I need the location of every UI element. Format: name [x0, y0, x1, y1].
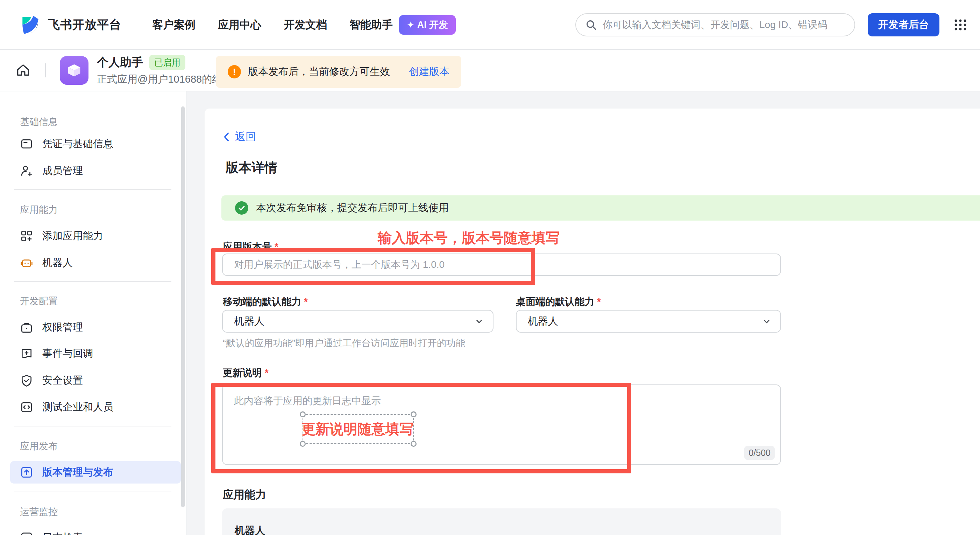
publish-arrow-icon — [20, 466, 33, 479]
app-meta: 个人助手 已启用 正式应用@用户101688的组织 — [97, 54, 232, 86]
capability-section-title: 应用能力 — [223, 487, 266, 502]
sidebar-item-members[interactable]: 成员管理 — [0, 160, 186, 182]
selection-handle[interactable] — [300, 441, 306, 447]
warning-text: 版本发布后，当前修改方可生效 — [248, 65, 390, 79]
back-link[interactable]: 返回 — [223, 129, 256, 144]
home-icon[interactable] — [15, 62, 31, 78]
sidebar-group-header-monitoring: 运营监控 — [0, 501, 186, 523]
divider — [45, 63, 46, 77]
version-input[interactable]: 对用户展示的正式版本号，上一个版本号为 1.0.0 — [222, 254, 781, 276]
version-warning-banner: ! 版本发布后，当前修改方可生效 创建版本 — [216, 56, 461, 88]
annotation-changelog-text: 更新说明随意填写 — [301, 420, 414, 439]
chevron-down-icon — [475, 317, 484, 326]
sidebar-item-bot[interactable]: 机器人 — [0, 252, 186, 274]
apps-grid-icon[interactable] — [953, 18, 967, 32]
char-counter: 0/500 — [744, 446, 775, 460]
annotation-version-hint: 输入版本号，版本号随意填写 — [378, 228, 560, 248]
sidebar-item-permissions[interactable]: 权限管理 — [0, 316, 186, 339]
sidebar-divider — [14, 281, 171, 282]
sidebar-group-header-capability: 应用能力 — [0, 198, 186, 221]
sidebar-group-header-release: 应用发布 — [0, 435, 186, 457]
sidebar-item-events[interactable]: 事件与回调 — [0, 342, 186, 365]
credential-card-icon — [20, 137, 33, 150]
chevron-down-icon — [762, 317, 771, 326]
selection-handle[interactable] — [410, 411, 417, 417]
sidebar-group-header-devconfig: 开发配置 — [0, 290, 186, 312]
desktop-default-select[interactable]: 机器人 — [516, 310, 781, 333]
sparkle-icon: ✦ — [407, 20, 414, 29]
feishu-logo-icon — [20, 14, 41, 36]
search-input[interactable]: 你可以输入文档关键词、开发问题、Log ID、错误码 — [575, 13, 855, 37]
sidebar-item-version-release[interactable]: 版本管理与发布 — [10, 461, 181, 484]
status-badge-enabled: 已启用 — [150, 55, 185, 70]
sidebar-item-credentials[interactable]: 凭证与基础信息 — [0, 133, 186, 155]
event-callback-icon — [20, 347, 33, 360]
log-search-icon — [20, 531, 33, 535]
sidebar-divider — [14, 492, 171, 492]
mobile-default-label: 移动端的默认能力* — [223, 295, 308, 308]
notice-text: 本次发布免审核，提交发布后即可上线使用 — [256, 201, 449, 215]
main-area: 返回 版本详情 本次发布免审核，提交发布后即可上线使用 输入版本号，版本号随意填… — [186, 91, 980, 535]
capability-card-bot[interactable]: 机器人 — [222, 508, 781, 535]
sidebar-group-header-basic: 基础信息 — [0, 111, 186, 133]
code-brackets-icon — [20, 401, 33, 414]
permission-case-icon — [20, 321, 33, 334]
search-icon — [585, 19, 597, 31]
search-placeholder: 你可以输入文档关键词、开发问题、Log ID、错误码 — [603, 18, 827, 32]
app-subtitle: 正式应用@用户101688的组织 — [97, 72, 232, 86]
developer-console-button[interactable]: 开发者后台 — [868, 13, 939, 37]
version-detail-card: 返回 版本详情 本次发布免审核，提交发布后即可上线使用 输入版本号，版本号随意填… — [205, 109, 980, 535]
chevron-left-icon — [223, 132, 231, 142]
review-free-notice: 本次发布免审核，提交发布后即可上线使用 — [221, 195, 980, 220]
sidebar-item-log-search[interactable]: 日志检索 — [0, 527, 186, 535]
nav-item-assistant[interactable]: 智能助手 — [349, 18, 393, 32]
app-avatar — [60, 56, 89, 85]
nav-items: 客户案例 应用中心 开发文档 智能助手 ✦ AI 开发 — [152, 15, 456, 35]
sidebar: 基础信息 凭证与基础信息 成员管理 应用能力 — [0, 91, 186, 535]
app-header-bar: 个人助手 已启用 正式应用@用户101688的组织 ! 版本发布后，当前修改方可… — [0, 50, 980, 91]
nav-item-cases[interactable]: 客户案例 — [152, 18, 196, 32]
shield-check-icon — [20, 374, 33, 387]
brand-title: 飞书开放平台 — [48, 17, 121, 33]
annotation-changelog-box: 更新说明随意填写 — [302, 414, 414, 444]
page-title: 版本详情 — [226, 159, 277, 176]
top-nav: 飞书开放平台 客户案例 应用中心 开发文档 智能助手 ✦ AI 开发 你可以输入… — [0, 0, 980, 50]
member-add-icon — [20, 164, 33, 177]
sidebar-divider — [14, 426, 171, 426]
selection-handle[interactable] — [300, 411, 306, 417]
changelog-placeholder: 此内容将于应用的更新日志中显示 — [234, 394, 381, 407]
sidebar-scrollbar[interactable] — [181, 107, 185, 507]
ai-dev-badge[interactable]: ✦ AI 开发 — [399, 15, 456, 35]
default-capability-hint: “默认的应用功能”即用户通过工作台访问应用时打开的功能 — [223, 337, 465, 350]
sidebar-item-security[interactable]: 安全设置 — [0, 369, 186, 392]
page: 飞书开放平台 客户案例 应用中心 开发文档 智能助手 ✦ AI 开发 你可以输入… — [0, 0, 980, 535]
desktop-default-label: 桌面端的默认能力* — [516, 295, 601, 308]
success-check-icon — [235, 201, 248, 215]
sidebar-item-add-capability[interactable]: 添加应用能力 — [0, 225, 186, 247]
app-name: 个人助手 — [97, 54, 143, 70]
selection-handle[interactable] — [410, 441, 417, 447]
nav-item-docs[interactable]: 开发文档 — [284, 18, 327, 32]
brand[interactable]: 飞书开放平台 — [20, 14, 121, 36]
add-capability-icon — [20, 229, 33, 243]
mobile-default-select[interactable]: 机器人 — [222, 310, 493, 333]
robot-icon — [20, 256, 33, 270]
create-version-link[interactable]: 创建版本 — [409, 65, 449, 79]
warning-icon: ! — [228, 65, 241, 78]
nav-item-appcenter[interactable]: 应用中心 — [218, 18, 261, 32]
sidebar-item-test-enterprise[interactable]: 测试企业和人员 — [0, 396, 186, 418]
version-input-placeholder: 对用户展示的正式版本号，上一个版本号为 1.0.0 — [223, 258, 444, 271]
changelog-label: 更新说明* — [223, 366, 269, 380]
version-field-label: 应用版本号* — [223, 240, 278, 254]
sidebar-divider — [14, 189, 171, 190]
